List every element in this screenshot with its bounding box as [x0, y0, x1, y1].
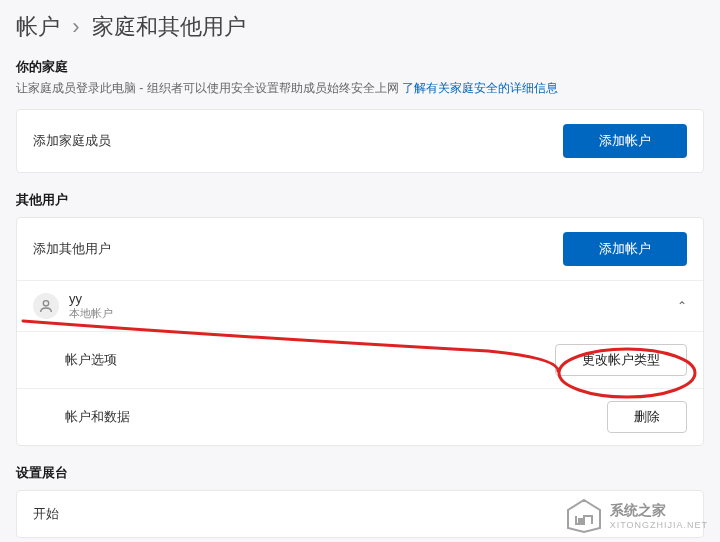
family-card: 添加家庭成员 添加帐户 — [16, 109, 704, 173]
family-safety-link[interactable]: 了解有关家庭安全的详细信息 — [402, 81, 558, 95]
watermark: 系统之家 XITONGZHIJIA.NET — [564, 498, 708, 534]
svg-point-0 — [43, 301, 48, 306]
kiosk-start-label: 开始 — [33, 505, 59, 523]
account-data-label: 帐户和数据 — [65, 408, 130, 426]
breadcrumb-parent[interactable]: 帐户 — [16, 14, 60, 39]
add-other-row: 添加其他用户 添加帐户 — [17, 218, 703, 281]
breadcrumb-current: 家庭和其他用户 — [92, 14, 246, 39]
breadcrumb: 帐户 › 家庭和其他用户 — [0, 0, 720, 50]
watermark-sub: XITONGZHIJIA.NET — [610, 520, 708, 530]
chevron-up-icon: ⌃ — [677, 299, 687, 313]
svg-rect-2 — [578, 518, 584, 524]
chevron-right-icon: › — [72, 14, 79, 39]
user-icon — [33, 293, 59, 319]
others-section-title: 其他用户 — [0, 183, 720, 213]
user-type: 本地帐户 — [69, 306, 113, 321]
add-family-label: 添加家庭成员 — [33, 132, 111, 150]
user-row[interactable]: yy 本地帐户 ⌃ — [17, 281, 703, 332]
change-account-type-button[interactable]: 更改帐户类型 — [555, 344, 687, 376]
family-section-title: 你的家庭 — [0, 50, 720, 80]
account-data-row: 帐户和数据 删除 — [17, 389, 703, 445]
kiosk-section-title: 设置展台 — [0, 456, 720, 486]
user-name: yy — [69, 291, 113, 306]
others-card: 添加其他用户 添加帐户 yy 本地帐户 ⌃ 帐户选项 更改帐户类型 帐户和数据 … — [16, 217, 704, 446]
add-other-account-button[interactable]: 添加帐户 — [563, 232, 687, 266]
add-family-row: 添加家庭成员 添加帐户 — [17, 110, 703, 172]
account-options-label: 帐户选项 — [65, 351, 117, 369]
account-options-row: 帐户选项 更改帐户类型 — [17, 332, 703, 389]
add-other-label: 添加其他用户 — [33, 240, 111, 258]
delete-account-button[interactable]: 删除 — [607, 401, 687, 433]
add-family-account-button[interactable]: 添加帐户 — [563, 124, 687, 158]
watermark-text: 系统之家 — [610, 502, 708, 520]
watermark-icon — [564, 498, 604, 534]
family-section-desc: 让家庭成员登录此电脑 - 组织者可以使用安全设置帮助成员始终安全上网 了解有关家… — [0, 80, 720, 105]
